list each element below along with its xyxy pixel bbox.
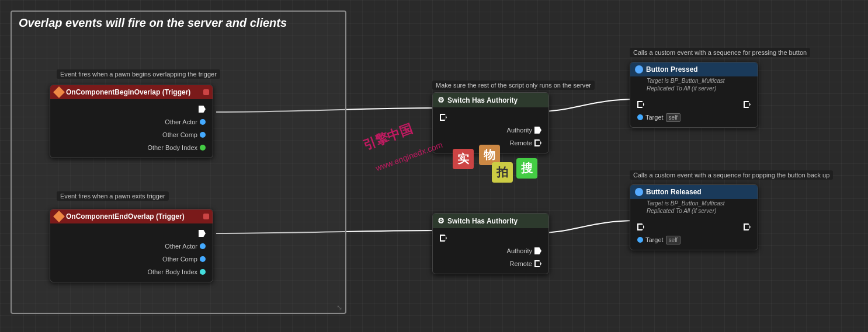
gear-icon1: ⚙: [438, 96, 445, 104]
button-pressed-sub2: Replicated To All (if server): [647, 85, 716, 92]
button-released-target-pin[interactable]: [637, 237, 643, 243]
button-released-sub2: Replicated To All (if server): [647, 208, 716, 214]
switch-auth2-header: ⚙ Switch Has Authority: [433, 214, 548, 228]
switch-auth1-exec-in[interactable]: [440, 114, 447, 121]
remote-label2: Remote: [509, 260, 532, 267]
button-pressed-title: Button Pressed: [646, 65, 698, 74]
remote-pin1[interactable]: [534, 139, 541, 146]
button-released-target-value: self: [666, 236, 681, 244]
exec-out-row2: [50, 227, 213, 240]
switch-auth1-label: Make sure the rest of the script only ru…: [432, 81, 595, 90]
end-overlap-header: OnComponentEndOverlap (Trigger): [50, 209, 213, 223]
button-released-sub1: Target is BP_Button_Multicast: [647, 200, 725, 207]
button-pressed-exec-in[interactable]: [637, 101, 644, 108]
switch-auth1-exec-row: [433, 111, 548, 124]
exec-out-row: [50, 103, 213, 116]
other-body-index-row: Other Body Index: [50, 141, 213, 154]
button-released-body: Target self: [630, 217, 758, 250]
resize-handle[interactable]: ⤡: [336, 303, 342, 312]
event-icon: [53, 86, 65, 98]
other-body-index-label2: Other Body Index: [147, 268, 197, 275]
button-released-label: Calls a custom event with a sequence for…: [630, 170, 833, 180]
button-pressed-sub1: Target is BP_Button_Multicast: [647, 78, 725, 84]
end-overlap-title: OnComponentEndOverlap (Trigger): [66, 212, 185, 221]
other-comp-row2: Other Comp: [50, 253, 213, 265]
button-released-sub: Target is BP_Button_Multicast Replicated…: [630, 199, 758, 217]
button-pressed-target-label: Target: [645, 114, 664, 121]
authority-label1: Authority: [507, 127, 532, 134]
other-comp-pin[interactable]: [200, 132, 206, 138]
other-actor-pin[interactable]: [200, 119, 206, 125]
event-icon2: [53, 211, 65, 222]
authority-label2: Authority: [507, 247, 532, 254]
button-released-target-row: Target self: [630, 233, 758, 246]
button-pressed-exec-row: [630, 98, 758, 111]
button-pressed-node: Button Pressed Target is BP_Button_Multi…: [630, 62, 758, 128]
other-body-index-row2: Other Body Index: [50, 265, 213, 278]
begin-overlap-body: Other Actor Other Comp Other Body Index: [50, 99, 213, 158]
sticker-3: 拍: [492, 162, 513, 183]
button-pressed-body: Target self: [630, 95, 758, 127]
button-released-header: Button Released: [630, 185, 758, 199]
button-pressed-label: Calls a custom event with a sequence for…: [630, 48, 810, 57]
begin-overlap-title: OnComponentBeginOverlap (Trigger): [66, 88, 190, 96]
button-pressed-target-row: Target self: [630, 111, 758, 124]
other-actor-row2: Other Actor: [50, 240, 213, 253]
other-comp-label2: Other Comp: [162, 256, 197, 263]
other-body-index-pin2[interactable]: [200, 269, 206, 275]
begin-overlap-node: OnComponentBeginOverlap (Trigger) Other …: [50, 85, 213, 158]
remote-label1: Remote: [509, 139, 532, 146]
watermark-line1: 引擎中国: [361, 120, 415, 154]
button-pressed-target-value: self: [666, 113, 681, 122]
sticker-1: 实: [453, 149, 474, 169]
switch-authority-2-node: ⚙ Switch Has Authority Authority Remote: [432, 213, 549, 274]
bp-icon2: [635, 188, 643, 196]
close-button2[interactable]: [203, 214, 209, 219]
button-released-node: Button Released Target is BP_Button_Mult…: [630, 184, 758, 250]
other-comp-pin2[interactable]: [200, 256, 206, 262]
bp-icon1: [635, 65, 643, 74]
comment-box-title: Overlap events will fire on the server a…: [12, 12, 345, 34]
other-actor-pin2[interactable]: [200, 243, 206, 249]
button-released-exec-in[interactable]: [637, 223, 644, 230]
other-actor-row: Other Actor: [50, 116, 213, 128]
button-pressed-target-pin[interactable]: [637, 114, 643, 120]
exec-out-pin2[interactable]: [199, 230, 206, 237]
authority-pin1[interactable]: [534, 127, 541, 134]
button-released-exec-out[interactable]: [744, 223, 751, 230]
authority-row2: Authority: [433, 244, 548, 257]
button-pressed-header: Button Pressed: [630, 62, 758, 76]
begin-overlap-label: Event fires when a pawn begins overlappi…: [57, 69, 220, 79]
switch-auth1-header: ⚙ Switch Has Authority: [433, 93, 548, 107]
other-comp-row: Other Comp: [50, 128, 213, 141]
button-released-title: Button Released: [646, 188, 702, 196]
button-pressed-sub: Target is BP_Button_Multicast Replicated…: [630, 76, 758, 95]
switch-auth2-exec-in[interactable]: [440, 235, 447, 242]
remote-pin2[interactable]: [534, 260, 541, 267]
other-body-index-pin[interactable]: [200, 145, 206, 151]
close-button[interactable]: [203, 89, 209, 95]
exec-out-pin[interactable]: [199, 106, 206, 113]
other-body-index-label: Other Body Index: [147, 144, 197, 151]
other-comp-label: Other Comp: [162, 131, 197, 138]
begin-overlap-header: OnComponentBeginOverlap (Trigger): [50, 85, 213, 99]
switch-auth2-exec-row: [433, 232, 548, 244]
sticker-4: 搜: [516, 158, 537, 179]
authority-row1: Authority: [433, 124, 548, 137]
authority-pin2[interactable]: [534, 247, 541, 254]
button-pressed-exec-out[interactable]: [744, 101, 751, 108]
switch-auth2-title: Switch Has Authority: [447, 217, 518, 225]
end-overlap-label: Event fires when a pawn exits trigger: [57, 191, 169, 201]
end-overlap-node: OnComponentEndOverlap (Trigger) Other Ac…: [50, 209, 213, 282]
other-actor-label: Other Actor: [165, 118, 197, 125]
end-overlap-body: Other Actor Other Comp Other Body Index: [50, 223, 213, 282]
other-actor-label2: Other Actor: [165, 243, 197, 250]
switch-auth1-title: Switch Has Authority: [447, 96, 518, 104]
gear-icon2: ⚙: [438, 216, 445, 225]
button-released-exec-row: [630, 221, 758, 233]
remote-row2: Remote: [433, 257, 548, 270]
switch-auth2-body: Authority Remote: [433, 228, 548, 274]
button-released-target-label: Target: [645, 236, 664, 243]
